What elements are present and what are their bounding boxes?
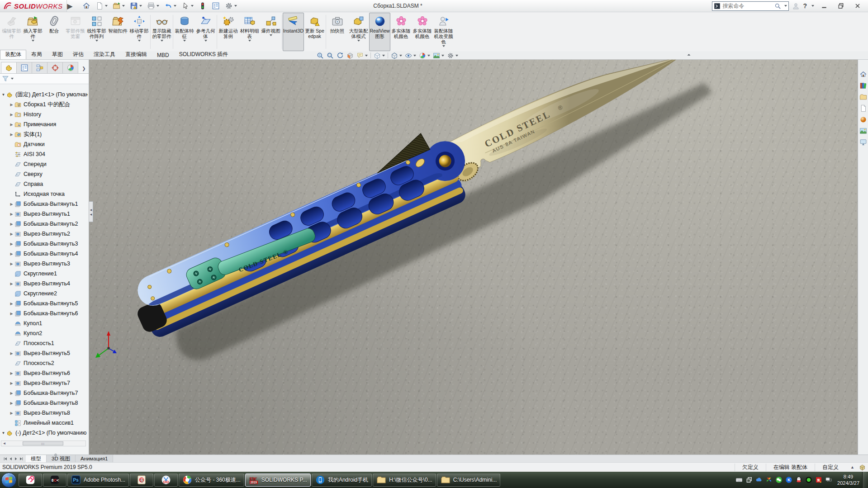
tree-item[interactable]: ▶Бобышка-Вытянуть6 bbox=[0, 308, 88, 318]
scrollbar-thumb[interactable]: ||| bbox=[23, 441, 63, 445]
tree-item[interactable]: Сверху bbox=[0, 169, 88, 179]
knife-3d-model[interactable]: COLD STEEL ® AUS 8A TAIWAN bbox=[89, 60, 868, 455]
dropdown-caret-icon[interactable] bbox=[413, 55, 416, 57]
tree-expand-icon[interactable]: ▼ bbox=[1, 93, 6, 97]
taskbar-snip-tool[interactable] bbox=[154, 474, 178, 487]
home-button[interactable] bbox=[81, 1, 92, 11]
knife-group[interactable]: COLD STEEL ® AUS 8A TAIWAN bbox=[117, 60, 726, 377]
dropdown-caret-icon[interactable] bbox=[365, 55, 368, 57]
view-orientation-icon[interactable] bbox=[374, 52, 385, 59]
ribbon-button-snapshot[interactable]: 拍快照 bbox=[327, 13, 348, 51]
tree-horizontal-scrollbar[interactable]: ◄ ||| bbox=[1, 441, 86, 446]
restore-button[interactable] bbox=[834, 1, 848, 11]
dropdown-caret-icon[interactable] bbox=[382, 55, 385, 57]
tree-expand-icon[interactable]: ▶ bbox=[9, 123, 14, 127]
tree-expand-icon[interactable]: ▶ bbox=[9, 411, 14, 415]
tree-item[interactable]: Линейный массив1 bbox=[0, 418, 88, 428]
newdoc-button[interactable] bbox=[94, 1, 109, 11]
model-tab-navprev-icon[interactable] bbox=[8, 456, 13, 461]
tree-item[interactable]: ▶Вырез-Вытянуть1 bbox=[0, 209, 88, 219]
tree-item[interactable]: ▶AПримечания bbox=[0, 119, 88, 129]
tree-item[interactable]: Плоскость1 bbox=[0, 338, 88, 348]
filter-funnel-icon[interactable] bbox=[2, 75, 9, 82]
tree-expand-icon[interactable]: ▶ bbox=[9, 252, 14, 256]
close-button[interactable] bbox=[851, 1, 864, 11]
tr-green-tray-icon[interactable] bbox=[805, 476, 812, 483]
display-style-icon[interactable] bbox=[391, 52, 402, 59]
taskpane-rs-monitor-icon[interactable] bbox=[859, 138, 867, 146]
dropdown-caret-icon[interactable] bbox=[139, 5, 142, 7]
tree-item[interactable]: ▶Вырез-Вытянуть4 bbox=[0, 279, 88, 289]
taskbar-bok-app[interactable]: 8O< bbox=[43, 474, 66, 487]
dropdown-caret-icon[interactable] bbox=[95, 40, 98, 42]
ribbon-button-motion[interactable]: 新建运动算例 bbox=[218, 13, 239, 51]
minimize-button[interactable] bbox=[817, 1, 831, 11]
search-caret-icon[interactable] bbox=[784, 5, 787, 7]
tree-item[interactable]: AISI 304 bbox=[0, 149, 88, 159]
taskbar-360-assistant[interactable] bbox=[19, 474, 42, 487]
tree-item[interactable]: ▶Бобышка-Вытянуть3 bbox=[0, 239, 88, 249]
tree-expand-icon[interactable]: ▶ bbox=[9, 381, 14, 385]
ribbon-button-explode[interactable]: 爆炸视图 bbox=[260, 13, 281, 51]
search-icon[interactable] bbox=[774, 3, 781, 9]
tree-item[interactable]: ▶Бобышка-Вытянуть8 bbox=[0, 398, 88, 408]
apply-scene-icon[interactable] bbox=[433, 52, 444, 59]
open-button[interactable] bbox=[111, 1, 127, 11]
view-settings-icon[interactable] bbox=[447, 52, 458, 59]
dropdown-caret-icon[interactable] bbox=[427, 55, 430, 57]
tree-expand-icon[interactable]: ▶ bbox=[9, 133, 14, 137]
tree-expand-icon[interactable]: ▶ bbox=[9, 371, 14, 375]
panel-tab-dimx-icon[interactable] bbox=[47, 62, 63, 73]
panel-tab-props-icon[interactable] bbox=[16, 62, 32, 73]
tree-expand-icon[interactable]: ▶ bbox=[9, 282, 14, 286]
tree-expand-icon[interactable]: ▶ bbox=[9, 262, 14, 266]
dropdown-caret-icon[interactable] bbox=[161, 40, 163, 42]
annotation-view-icon[interactable] bbox=[356, 52, 368, 59]
model-tab-Анимация1[interactable]: Анимация1 bbox=[76, 455, 113, 462]
splitter-handle[interactable] bbox=[54, 454, 57, 456]
dropdown-caret-icon[interactable] bbox=[248, 40, 251, 42]
taskbar-solidworks[interactable]: SW2019SOLIDWORKS P... bbox=[245, 474, 311, 487]
tree-item[interactable]: Справа bbox=[0, 179, 88, 189]
tree-item[interactable]: ▶Бобышка-Вытянуть2 bbox=[0, 219, 88, 229]
tr-stamp-tray-icon[interactable]: 剪 bbox=[815, 476, 822, 483]
dropdown-caret-icon[interactable] bbox=[399, 55, 402, 57]
model-tab-navlast-icon[interactable] bbox=[19, 456, 24, 461]
dropdown-caret-icon[interactable] bbox=[32, 40, 34, 42]
dropdown-caret-icon[interactable] bbox=[204, 40, 207, 42]
taskbar-folder-c[interactable]: C:\Users\Admini... bbox=[437, 474, 501, 487]
tree-item[interactable]: ▶Сборка1 中的配合 bbox=[0, 99, 88, 109]
tab-装配体[interactable]: 装配体 bbox=[0, 50, 26, 59]
traffic-button[interactable] bbox=[197, 1, 209, 11]
panel-tab-part-icon[interactable] bbox=[1, 62, 17, 73]
taskbar-photoshop[interactable]: PsAdobe Photosh... bbox=[67, 474, 129, 487]
ribbon-button-largeasm[interactable]: 大型装配体模式 bbox=[348, 13, 369, 51]
hide-show-items-icon[interactable] bbox=[405, 52, 416, 59]
tree-item[interactable]: ▶Вырез-Вытянуть8 bbox=[0, 408, 88, 418]
tab-草图[interactable]: 草图 bbox=[47, 50, 68, 59]
previous-view-icon[interactable] bbox=[337, 52, 344, 59]
taskbar-clock[interactable]: 8:49 2024/3/27 bbox=[836, 474, 862, 486]
tab-评估[interactable]: 评估 bbox=[68, 50, 89, 59]
zoom-area-icon[interactable] bbox=[327, 52, 334, 59]
tree-item[interactable]: ▶Вырез-Вытянуть7 bbox=[0, 378, 88, 388]
dropdown-caret-icon[interactable] bbox=[174, 5, 176, 7]
tr-win-tray-icon[interactable] bbox=[745, 476, 753, 483]
tree-item[interactable]: ▶Бобышка-Вытянуть5 bbox=[0, 298, 88, 308]
tab-SOLIDWORKS 插件[interactable]: SOLIDWORKS 插件 bbox=[174, 50, 233, 59]
ribbon-button-speedpak[interactable]: 更新 Speedpak bbox=[304, 13, 325, 51]
ribbon-button-glasses[interactable]: 显示隐藏的零部件 bbox=[151, 13, 172, 51]
undo-button[interactable] bbox=[162, 1, 178, 11]
show-desktop-button[interactable] bbox=[862, 472, 868, 488]
tr-pin-tray-icon[interactable] bbox=[765, 476, 773, 483]
dropdown-caret-icon[interactable] bbox=[105, 5, 108, 7]
dropdown-caret-icon[interactable] bbox=[357, 40, 360, 42]
panel-expand-chevron[interactable]: ❯ bbox=[81, 63, 87, 73]
ribbon-button-instant3d[interactable]: Instant3D bbox=[283, 13, 304, 51]
tree-expand-icon[interactable]: ▶ bbox=[9, 232, 14, 236]
dropdown-caret-icon[interactable] bbox=[191, 5, 194, 7]
model-tab-模型[interactable]: 模型 bbox=[26, 455, 47, 462]
model-tab-navfirst-icon[interactable] bbox=[3, 456, 8, 461]
filter-caret-icon[interactable] bbox=[11, 78, 14, 80]
tree-item[interactable]: Скругление2 bbox=[0, 289, 88, 298]
